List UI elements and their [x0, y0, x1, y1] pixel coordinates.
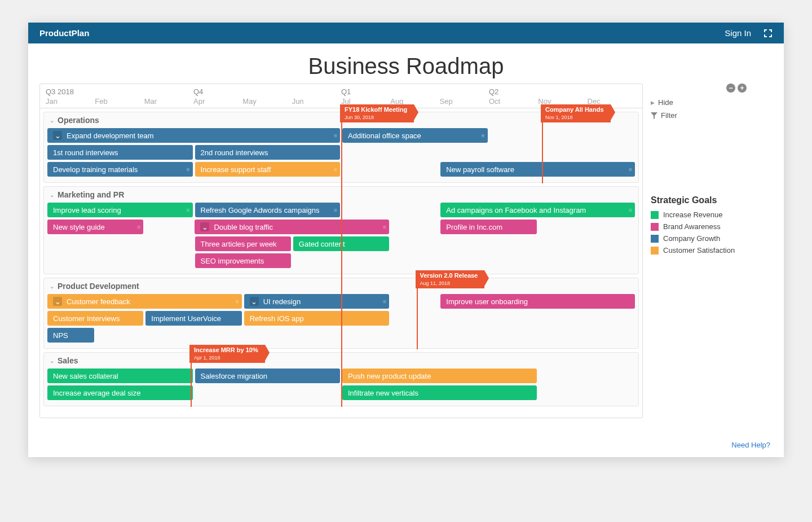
- header-bar: ProductPlan Sign In: [28, 23, 784, 43]
- filter-toggle[interactable]: Filter: [651, 109, 747, 122]
- bar-label: 2nd round interviews: [201, 148, 268, 157]
- zoom-out-button[interactable]: −: [726, 84, 735, 93]
- bar-label: Increase support staff: [201, 165, 271, 174]
- hide-label: Hide: [658, 98, 673, 107]
- month-label: Jan: [46, 96, 95, 107]
- bar-label: Push new product update: [348, 372, 431, 380]
- grip-icon: ≡: [383, 299, 386, 305]
- hide-toggle[interactable]: ▶ Hide: [651, 96, 747, 109]
- milestone[interactable]: Company All HandsNov 1, 2018: [541, 104, 611, 122]
- roadmap-bar[interactable]: Customer Interviews: [47, 311, 143, 326]
- grip-icon: ≡: [629, 207, 632, 213]
- grip-icon: ≡: [383, 224, 386, 230]
- roadmap-bar[interactable]: Double blog traffic≡: [195, 220, 389, 234]
- bar-label: New style guide: [53, 223, 105, 231]
- bar-label: Ad campaigns on Facebook and Instagram: [446, 206, 586, 214]
- zoom-controls: − +: [651, 84, 747, 93]
- milestone-title: Version 2.0 Release: [420, 272, 478, 279]
- sign-in-link[interactable]: Sign In: [725, 28, 751, 38]
- quarter-label: Q1: [341, 87, 489, 96]
- roadmap-bar[interactable]: Customer feedback≡: [47, 294, 242, 309]
- bar-label: SEO improvements: [201, 257, 264, 265]
- roadmap-bar[interactable]: Additional office space≡: [342, 128, 488, 143]
- month-label: May: [242, 96, 292, 107]
- month-label: Oct: [489, 96, 538, 107]
- legend-item[interactable]: Brand Awareness: [651, 221, 747, 233]
- help-link[interactable]: Need Help?: [731, 441, 770, 449]
- legend-list: Increase RevenueBrand AwarenessCompany G…: [651, 209, 747, 256]
- milestone[interactable]: FY18 Kickoff MeetingJun 30, 2018: [340, 104, 414, 122]
- fullscreen-icon[interactable]: [764, 29, 773, 38]
- app-window: ProductPlan Sign In Business Roadmap Q3 …: [28, 23, 784, 457]
- zoom-in-button[interactable]: +: [738, 84, 747, 93]
- roadmap-bar[interactable]: Implement UserVoice: [145, 311, 241, 326]
- legend-label: Brand Awareness: [663, 222, 721, 231]
- roadmap-bar[interactable]: Expand development team≡: [47, 128, 340, 143]
- bar-label: Refresh Google Adwords campaigns: [201, 206, 320, 214]
- chevron-down-icon: ⌄: [50, 117, 54, 124]
- bar-label: Implement UserVoice: [151, 314, 221, 323]
- roadmap-bar[interactable]: Develop training materials≡: [47, 162, 193, 177]
- milestone-title: Increase MRR by 10%: [194, 346, 258, 354]
- roadmap-bar[interactable]: Increase support staff≡: [195, 162, 341, 177]
- legend-item[interactable]: Customer Satisfaction: [651, 244, 747, 256]
- quarters-row: Q3 2018Q4Q1Q2: [46, 87, 637, 96]
- roadmap-bar[interactable]: New style guide≡: [47, 220, 143, 234]
- month-label: Mar: [144, 96, 193, 107]
- milestone[interactable]: Increase MRR by 10%Apr 1, 2018: [189, 345, 265, 363]
- bar-label: Improve user onboarding: [446, 297, 528, 306]
- grip-icon: ≡: [137, 224, 140, 230]
- milestone-flag: Version 2.0 ReleaseAug 11, 2018: [416, 270, 485, 288]
- quarter-label: Q2: [489, 87, 637, 96]
- roadmap-bar[interactable]: Infiltrate new verticals: [342, 385, 537, 400]
- milestone-line: [542, 112, 543, 183]
- milestone-flag: FY18 Kickoff MeetingJun 30, 2018: [340, 104, 414, 122]
- roadmap-bar[interactable]: New sales collateral: [47, 369, 193, 383]
- milestone[interactable]: Version 2.0 ReleaseAug 11, 2018: [416, 270, 485, 288]
- roadmap-bar[interactable]: Profile in Inc.com: [440, 220, 536, 234]
- milestone-title: Company All Hands: [545, 106, 604, 113]
- month-label: Jun: [292, 96, 341, 107]
- roadmap-bar[interactable]: NPS: [47, 328, 94, 343]
- chevron-down-icon: ⌄: [50, 358, 54, 364]
- legend-label: Increase Revenue: [663, 210, 723, 219]
- bar-label: Three articles per week: [201, 240, 277, 248]
- roadmap-bar[interactable]: Refresh iOS app: [244, 311, 390, 326]
- bar-label: 1st round interviews: [53, 148, 118, 157]
- lane-name: Sales: [58, 356, 78, 365]
- roadmap-bar[interactable]: Increase average deal size: [47, 385, 193, 400]
- bar-label: Refresh iOS app: [250, 314, 304, 323]
- lane-name: Product Development: [58, 282, 139, 291]
- legend-swatch: [651, 235, 659, 243]
- roadmap-bar[interactable]: Salesforce migration: [195, 369, 341, 383]
- milestone-line: [341, 112, 342, 407]
- grip-icon: ≡: [482, 133, 484, 139]
- roadmap-bar[interactable]: New payroll software≡: [440, 162, 635, 177]
- roadmap-bar[interactable]: Ad campaigns on Facebook and Instagram≡: [440, 203, 635, 217]
- roadmap-bar[interactable]: 2nd round interviews: [195, 145, 341, 160]
- bar-label: New payroll software: [446, 165, 514, 174]
- bar-label: Improve lead scoring: [53, 206, 121, 214]
- legend-item[interactable]: Increase Revenue: [651, 209, 747, 221]
- roadmap-bar[interactable]: Improve user onboarding: [440, 294, 635, 309]
- grip-icon: ≡: [629, 166, 632, 173]
- bar-label: Profile in Inc.com: [446, 223, 502, 231]
- roadmap-bar[interactable]: SEO improvements: [195, 253, 291, 268]
- bar-label: Gated content: [299, 240, 345, 248]
- milestone-date: Apr 1, 2018: [194, 355, 220, 361]
- legend-item[interactable]: Company Growth: [651, 233, 747, 244]
- grip-icon: ≡: [236, 299, 239, 305]
- roadmap-bar[interactable]: Push new product update: [342, 369, 537, 383]
- legend-swatch: [651, 223, 659, 231]
- roadmap-canvas[interactable]: Q3 2018Q4Q1Q2 JanFebMarAprMayJunJulAugSe…: [39, 84, 643, 418]
- bar-label: NPS: [53, 331, 68, 340]
- quarter-label: Q4: [193, 87, 341, 96]
- milestone-date: Nov 1, 2018: [545, 115, 573, 120]
- roadmap-bar[interactable]: UI redesign≡: [244, 294, 390, 309]
- month-label: Feb: [95, 96, 144, 107]
- roadmap-bar[interactable]: Refresh Google Adwords campaigns≡: [195, 203, 341, 217]
- bar-label: Customer Interviews: [53, 314, 120, 323]
- roadmap-bar[interactable]: 1st round interviews: [47, 145, 193, 160]
- roadmap-bar[interactable]: Improve lead scoring≡: [47, 203, 193, 217]
- roadmap-bar[interactable]: Three articles per week: [195, 236, 291, 251]
